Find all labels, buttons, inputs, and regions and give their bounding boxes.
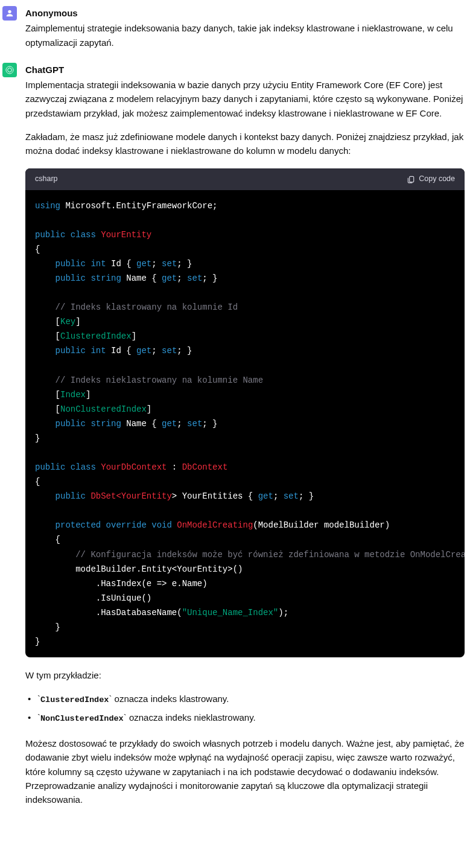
- copy-code-label: Copy code: [419, 173, 455, 185]
- after-code-text: W tym przykładzie:: [25, 668, 465, 682]
- user-author: Anonymous: [25, 6, 465, 20]
- outro-text: Możesz dostosować te przykłady do swoich…: [25, 736, 465, 806]
- user-text: Zaimplementuj strategie indeksowania baz…: [25, 21, 465, 49]
- copy-code-button[interactable]: Copy code: [407, 173, 455, 185]
- svg-rect-2: [410, 176, 414, 182]
- user-content: Anonymous Zaimplementuj strategie indeks…: [25, 6, 465, 49]
- assistant-author: ChatGPT: [25, 63, 465, 77]
- openai-icon: [5, 65, 14, 75]
- list-item: `NonClusteredIndex` oznacza indeks niekl…: [28, 710, 465, 726]
- assistant-intro-1: Implementacja strategii indeksowania w b…: [25, 78, 465, 120]
- assistant-content: ChatGPT Implementacja strategii indeksow…: [25, 63, 465, 807]
- svg-point-0: [8, 10, 11, 13]
- inline-code: ClusteredIndex: [40, 695, 109, 704]
- assistant-intro-2: Zakładam, że masz już zdefiniowane model…: [25, 130, 465, 158]
- assistant-message: ChatGPT Implementacja strategii indeksow…: [2, 63, 465, 807]
- code-language: csharp: [35, 173, 58, 185]
- user-message: Anonymous Zaimplementuj strategie indeks…: [2, 6, 465, 49]
- person-icon: [5, 8, 14, 18]
- assistant-avatar: [2, 63, 17, 77]
- svg-point-1: [8, 68, 12, 72]
- inline-code: NonClusteredIndex: [40, 714, 124, 723]
- user-avatar: [2, 6, 17, 21]
- code-block: csharp Copy code using Microsoft.EntityF…: [25, 168, 465, 657]
- clipboard-icon: [407, 175, 415, 183]
- code-header: csharp Copy code: [25, 168, 465, 190]
- bullet-list: `ClusteredIndex` oznacza indeks klastrow…: [25, 692, 465, 726]
- list-item: `ClusteredIndex` oznacza indeks klastrow…: [28, 692, 465, 707]
- code-body[interactable]: using Microsoft.EntityFrameworkCore; pub…: [25, 190, 465, 657]
- code-pre: using Microsoft.EntityFrameworkCore; pub…: [25, 199, 465, 657]
